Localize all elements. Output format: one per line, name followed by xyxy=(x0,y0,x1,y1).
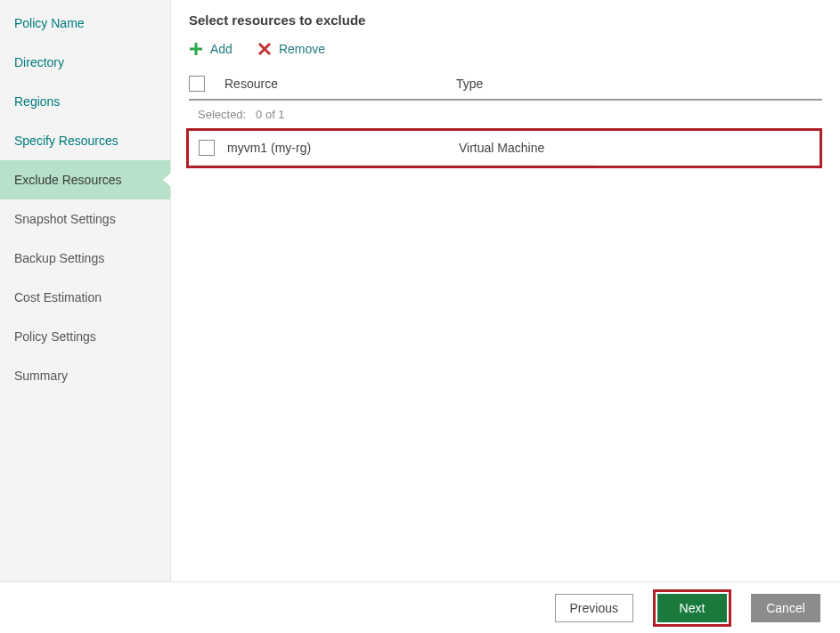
table-header-row: Resource Type xyxy=(189,69,822,101)
sidebar-item-policy-name[interactable]: Policy Name xyxy=(0,4,170,43)
sidebar-item-backup-settings[interactable]: Backup Settings xyxy=(0,239,170,278)
selected-count: 0 of 1 xyxy=(256,108,285,121)
wizard-sidebar: Policy Name Directory Regions Specify Re… xyxy=(0,0,171,581)
highlight-box: myvm1 (my-rg) Virtual Machine xyxy=(186,128,822,168)
sidebar-item-specify-resources[interactable]: Specify Resources xyxy=(0,121,170,160)
content-pane: Select resources to exclude Add Remove R… xyxy=(171,0,840,581)
sidebar-item-snapshot-settings[interactable]: Snapshot Settings xyxy=(0,199,170,239)
cell-type: Virtual Machine xyxy=(459,141,594,155)
plus-icon xyxy=(189,42,203,56)
toolbar: Add Remove xyxy=(171,42,840,69)
sidebar-item-exclude-resources[interactable]: Exclude Resources xyxy=(0,160,170,199)
page-title: Select resources to exclude xyxy=(171,12,840,42)
remove-button[interactable]: Remove xyxy=(257,42,325,56)
next-button[interactable]: Next xyxy=(657,594,727,622)
selected-label: Selected: xyxy=(198,108,246,121)
x-icon xyxy=(257,42,272,56)
select-all-checkbox[interactable] xyxy=(189,76,205,92)
sidebar-item-summary[interactable]: Summary xyxy=(0,356,170,395)
previous-button[interactable]: Previous xyxy=(555,594,633,622)
selected-count-row: Selected: 0 of 1 xyxy=(189,101,822,128)
highlight-box-next: Next xyxy=(653,589,731,627)
wizard-footer: Previous Next Cancel xyxy=(0,581,840,633)
remove-button-label: Remove xyxy=(279,42,325,56)
resources-table: Resource Type Selected: 0 of 1 myvm xyxy=(171,69,840,168)
column-header-type[interactable]: Type xyxy=(456,77,822,91)
add-button[interactable]: Add xyxy=(189,42,232,56)
sidebar-item-directory[interactable]: Directory xyxy=(0,43,170,82)
table-row[interactable]: myvm1 (my-rg) Virtual Machine xyxy=(192,131,594,166)
cancel-button[interactable]: Cancel xyxy=(751,594,820,622)
column-header-resource[interactable]: Resource xyxy=(224,77,456,91)
sidebar-item-cost-estimation[interactable]: Cost Estimation xyxy=(0,278,170,317)
add-button-label: Add xyxy=(210,42,232,56)
sidebar-item-policy-settings[interactable]: Policy Settings xyxy=(0,317,170,356)
cell-resource: myvm1 (my-rg) xyxy=(227,141,459,155)
sidebar-item-regions[interactable]: Regions xyxy=(0,82,170,121)
row-checkbox[interactable] xyxy=(199,140,215,156)
